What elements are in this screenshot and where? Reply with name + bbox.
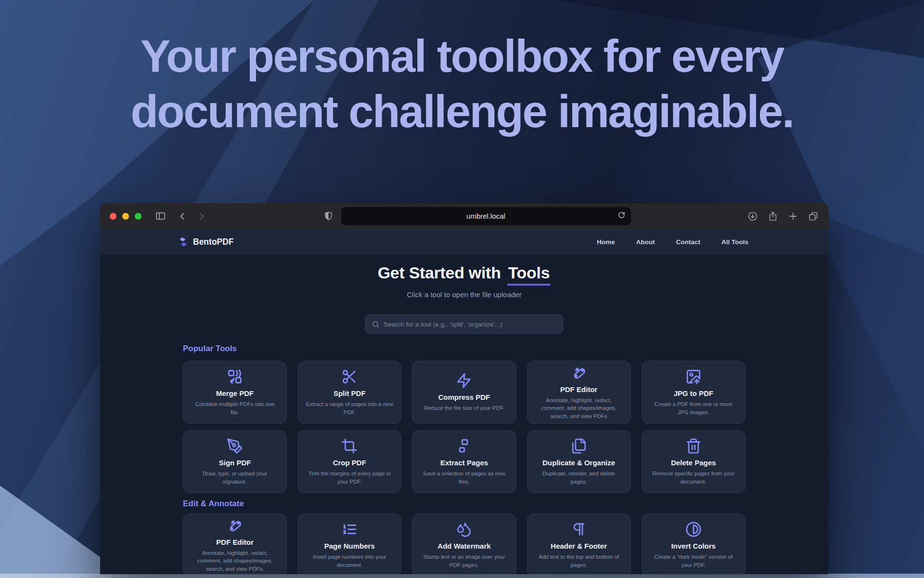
window-controls bbox=[110, 213, 141, 220]
background-band bbox=[0, 574, 924, 578]
tool-card-title: Header & Footer bbox=[551, 542, 607, 550]
merge-icon bbox=[227, 368, 243, 385]
downloads-icon[interactable] bbox=[747, 211, 758, 222]
page-title: Get Started with Tools bbox=[183, 263, 745, 286]
tool-search bbox=[365, 315, 563, 334]
address-bar-url: umbrel.local bbox=[466, 212, 505, 220]
site-navbar: BentoPDF HomeAboutContactAll Tools bbox=[100, 229, 828, 255]
back-icon[interactable] bbox=[178, 211, 187, 221]
tool-card-description: Annotate, highlight, redact, comment, ad… bbox=[535, 396, 623, 420]
nav-link-about[interactable]: About bbox=[636, 238, 655, 246]
tool-card-title: Invert Colors bbox=[671, 542, 716, 550]
nav-link-contact[interactable]: Contact bbox=[676, 238, 700, 246]
brand-logo-icon bbox=[178, 236, 189, 247]
tool-card-description: Draw, type, or upload your signature. bbox=[191, 470, 279, 485]
trash-icon bbox=[685, 438, 702, 454]
share-icon[interactable] bbox=[768, 211, 778, 222]
tool-card-title: Add Watermark bbox=[437, 542, 490, 550]
nav-links: HomeAboutContactAll Tools bbox=[597, 238, 748, 246]
browser-toolbar: umbrel.local bbox=[100, 203, 828, 229]
tool-card-title: Page Numbers bbox=[324, 542, 375, 550]
tool-card-extract-pages[interactable]: Extract PagesSave a selection of pages a… bbox=[412, 430, 516, 493]
tool-card-title: Merge PDF bbox=[216, 389, 254, 397]
forward-icon bbox=[197, 211, 206, 221]
brand-logo[interactable]: BentoPDF bbox=[178, 236, 234, 247]
page-content: Get Started with Tools Click a tool to o… bbox=[100, 255, 828, 574]
sidebar-toggle-icon[interactable] bbox=[155, 210, 166, 222]
tool-card-merge-pdf[interactable]: Merge PDFCombine multiple PDFs into one … bbox=[183, 361, 287, 424]
zap-icon bbox=[456, 372, 472, 389]
tool-card-title: Compress PDF bbox=[438, 393, 490, 401]
page-subtitle: Click a tool to open the file uploader bbox=[183, 290, 745, 299]
tool-card-jpg-to-pdf[interactable]: JPG to PDFCreate a PDF from one or more … bbox=[642, 361, 745, 424]
tool-card-pdf-editor[interactable]: PDF EditorAnnotate, highlight, redact, c… bbox=[527, 361, 631, 424]
tab-overview-icon[interactable] bbox=[808, 211, 819, 222]
hero-headline-line1: Your personal toolbox for every bbox=[0, 29, 924, 84]
tool-card-description: Combine multiple PDFs into one file. bbox=[191, 400, 279, 416]
tool-card-title: PDF Editor bbox=[216, 538, 254, 546]
tools-area: Popular ToolsMerge PDFCombine multiple P… bbox=[183, 344, 745, 574]
tool-card-description: Save a selection of pages as new files. bbox=[420, 470, 508, 485]
tool-grid: PDF EditorAnnotate, highlight, redact, c… bbox=[183, 513, 745, 574]
tool-card-description: Insert page numbers into your document. bbox=[305, 553, 394, 568]
hero-headline-line2: document challenge imaginable. bbox=[0, 84, 924, 140]
reload-icon[interactable] bbox=[617, 211, 626, 221]
nav-link-home[interactable]: Home bbox=[597, 238, 615, 246]
tool-card-compress-pdf[interactable]: Compress PDFReduce the file size of your… bbox=[412, 361, 516, 424]
crop-icon bbox=[341, 438, 358, 454]
minimize-window-button[interactable] bbox=[122, 213, 129, 220]
swiss-knife-icon bbox=[571, 365, 587, 381]
zoom-window-button[interactable] bbox=[135, 213, 141, 220]
close-window-button[interactable] bbox=[110, 213, 116, 220]
hero-headline: Your personal toolbox for every document… bbox=[0, 29, 924, 139]
tool-card-title: PDF Editor bbox=[560, 385, 598, 394]
tool-card-pdf-editor[interactable]: PDF EditorAnnotate, highlight, redact, c… bbox=[183, 513, 287, 574]
privacy-shield-icon[interactable] bbox=[323, 211, 334, 221]
droplets-icon bbox=[456, 521, 472, 538]
page-title-highlight: Tools bbox=[507, 263, 551, 286]
tool-card-description: Create a PDF from one or more JPG images… bbox=[649, 400, 738, 416]
tool-card-title: Duplicate & Organize bbox=[542, 459, 615, 467]
tool-card-crop-pdf[interactable]: Crop PDFTrim the margins of every page i… bbox=[297, 430, 401, 493]
address-bar[interactable]: umbrel.local bbox=[341, 207, 631, 225]
section-label-edit-annotate: Edit & Annotate bbox=[183, 499, 745, 509]
tool-card-description: Trim the margins of every page in your P… bbox=[305, 470, 394, 485]
tool-card-delete-pages[interactable]: Delete PagesRemove specific pages from y… bbox=[642, 430, 745, 493]
pen-nib-icon bbox=[227, 438, 243, 454]
tool-card-duplicate-organize[interactable]: Duplicate & OrganizeDuplicate, reorder, … bbox=[527, 430, 631, 493]
marketing-canvas: Your personal toolbox for every document… bbox=[0, 0, 924, 578]
duplicate-pages-icon bbox=[571, 438, 587, 454]
tool-card-split-pdf[interactable]: Split PDFExtract a range of pages into a… bbox=[297, 361, 401, 424]
nav-link-all-tools[interactable]: All Tools bbox=[721, 238, 748, 246]
tool-card-description: Stamp text or an image over your PDF pag… bbox=[420, 553, 508, 568]
tool-card-page-numbers[interactable]: Page NumbersInsert page numbers into you… bbox=[297, 513, 401, 574]
tool-card-description: Add text to the top and bottom of pages. bbox=[535, 553, 623, 568]
contrast-icon bbox=[685, 521, 702, 538]
section-label-popular-tools: Popular Tools bbox=[183, 344, 745, 354]
list-ordered-icon bbox=[341, 521, 358, 538]
extract-pages-icon bbox=[456, 438, 472, 454]
tool-card-header-footer[interactable]: Header & FooterAdd text to the top and b… bbox=[527, 513, 631, 574]
page-title-prefix: Get Started with bbox=[378, 263, 501, 286]
scissors-icon bbox=[341, 368, 358, 385]
tool-card-title: Sign PDF bbox=[219, 459, 251, 467]
new-tab-icon[interactable] bbox=[788, 211, 798, 222]
tool-card-title: Split PDF bbox=[334, 389, 366, 397]
swiss-knife-icon bbox=[227, 517, 243, 534]
tool-card-add-watermark[interactable]: Add WatermarkStamp text or an image over… bbox=[412, 513, 516, 574]
tool-card-description: Remove specific pages from your document… bbox=[649, 470, 738, 485]
browser-window: umbrel.local bbox=[100, 203, 828, 574]
toolbar-right-icons bbox=[747, 211, 819, 222]
tool-card-invert-colors[interactable]: Invert ColorsCreate a "dark mode" versio… bbox=[642, 513, 745, 574]
tool-card-sign-pdf[interactable]: Sign PDFDraw, type, or upload your signa… bbox=[183, 430, 287, 493]
tool-grid: Merge PDFCombine multiple PDFs into one … bbox=[183, 361, 745, 493]
search-input[interactable] bbox=[384, 321, 557, 328]
tool-card-description: Extract a range of pages into a new PDF. bbox=[305, 400, 394, 416]
tool-card-description: Duplicate, reorder, and delete pages. bbox=[535, 470, 623, 485]
image-upload-icon bbox=[685, 368, 702, 385]
tool-card-description: Create a "dark mode" version of your PDF… bbox=[649, 553, 738, 568]
tool-card-description: Annotate, highlight, redact, comment, ad… bbox=[191, 549, 279, 572]
pilcrow-icon bbox=[571, 521, 587, 538]
tool-card-title: Delete Pages bbox=[671, 459, 716, 467]
tool-card-title: Crop PDF bbox=[333, 459, 366, 467]
